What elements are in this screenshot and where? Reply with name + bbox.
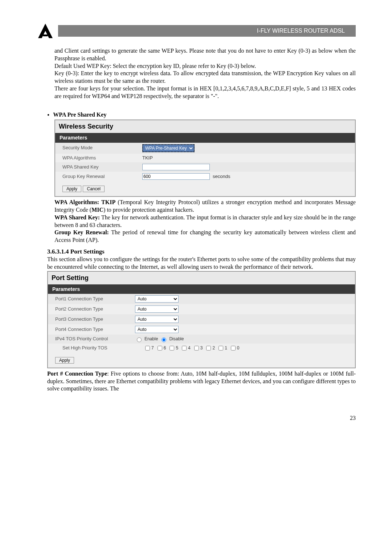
cancel-button[interactable]: Cancel (83, 186, 104, 192)
tos-checkbox-5[interactable] (170, 346, 174, 351)
intro-paragraph-2: Default Used WEP Key: Select the encrypt… (54, 62, 356, 70)
port-apply-button[interactable]: Apply (55, 357, 74, 364)
group-key-renewal-desc: Group Key Renewal: The period of renewal… (54, 229, 356, 244)
wireless-security-title: Wireless Security (55, 120, 355, 133)
port1-label: Port1 Connection Type (55, 296, 135, 302)
bullet-icon: • (47, 111, 49, 119)
tos-disable-radio[interactable] (162, 337, 166, 342)
intro-paragraph-1: and Client card settings to generate the… (54, 47, 356, 62)
port3-label: Port3 Connection Type (55, 316, 135, 323)
group-key-renewal-label: Group Key Renewal (62, 174, 142, 180)
high-priority-tos-label: Set High Priority TOS (62, 345, 142, 351)
port-setting-title: Port Setting (48, 272, 355, 284)
wpa-shared-key-input[interactable] (142, 164, 210, 170)
port3-select[interactable]: Auto (135, 316, 179, 323)
tos-checkbox-4[interactable] (182, 346, 187, 351)
tos-checkbox-7[interactable] (145, 346, 150, 351)
group-key-renewal-input[interactable] (142, 173, 210, 180)
security-mode-label: Security Mode (62, 145, 142, 151)
tos-checkbox-3[interactable] (194, 346, 199, 351)
port4-select[interactable]: Auto (135, 326, 179, 333)
parameters-header: Parameters (55, 133, 355, 142)
port2-label: Port2 Connection Type (55, 306, 135, 312)
wpa-heading: WPA Pre Shared Key (53, 111, 106, 119)
port-connection-type-desc: Port # Connection Type: Five options to … (47, 370, 356, 393)
seconds-label: seconds (213, 174, 230, 180)
tos-enable-radio[interactable] (137, 337, 142, 342)
wpa-algorithms-desc: WPA Algorithms: TKIP (Temporal Key Integ… (54, 199, 356, 214)
tos-checkbox-2[interactable] (206, 346, 211, 351)
ipv4-tos-label: IPv4 TOS Priority Control (55, 336, 135, 342)
page-number: 23 (36, 414, 356, 422)
tos-checkboxes: 7 6 5 4 3 2 1 0 (142, 345, 240, 351)
wpa-algorithms-label: WPA Algorithms (62, 155, 142, 161)
apply-button[interactable]: Apply (62, 186, 81, 192)
tos-checkbox-1[interactable] (219, 346, 223, 351)
tos-checkbox-6[interactable] (158, 346, 162, 351)
disable-label: Disable (169, 336, 184, 342)
port-setting-panel: Port Setting Parameters Port1 Connection… (47, 271, 356, 368)
wireless-security-panel: Wireless Security Parameters Security Mo… (54, 119, 356, 197)
tos-checkbox-0[interactable] (231, 346, 236, 351)
port-settings-heading: 3.6.3.1.4 Port Settings (47, 248, 356, 256)
port-settings-intro: This section allows you to configure the… (47, 256, 356, 271)
enable-label: Enable (144, 336, 158, 342)
port-parameters-header: Parameters (48, 284, 355, 294)
wpa-algorithms-value: TKIP (142, 155, 348, 161)
port1-select[interactable]: Auto (135, 295, 179, 303)
wpa-shared-key-desc: WPA Shared Key: The key for network auth… (54, 214, 356, 229)
security-mode-select[interactable]: WPA Pre-Shared Key (142, 144, 195, 152)
port4-label: Port4 Connection Type (55, 327, 135, 333)
port2-select[interactable]: Auto (135, 305, 179, 313)
brand-logo (36, 22, 54, 40)
document-title: I-FLY WIRELESS ROUTER ADSL (58, 25, 356, 37)
wpa-shared-key-label: WPA Shared Key (62, 164, 142, 170)
intro-paragraph-3: Key (0-3): Enter the key to encrypt wire… (54, 70, 356, 85)
intro-paragraph-4: There are four keys for your selection. … (54, 85, 356, 100)
